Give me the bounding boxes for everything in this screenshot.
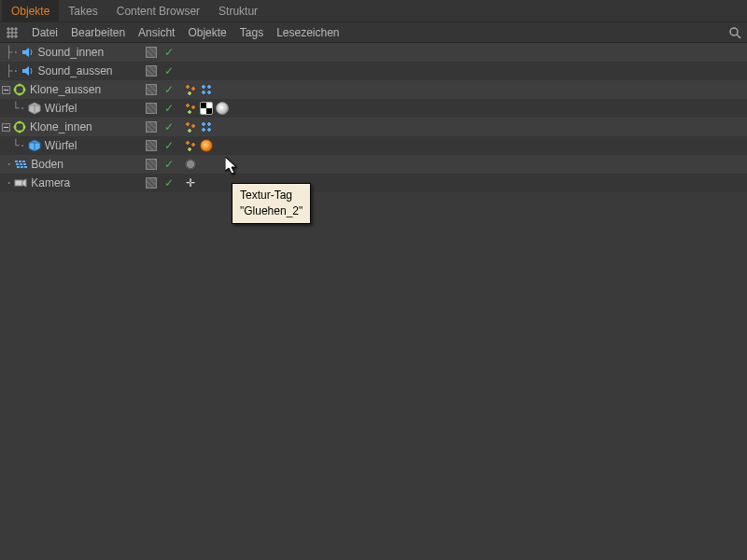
tag-tex-sphere[interactable] xyxy=(216,102,229,115)
tab-takes[interactable]: Takes xyxy=(59,0,106,21)
layer-swatch[interactable] xyxy=(146,47,157,58)
layer-swatch[interactable] xyxy=(146,177,157,189)
visibility-check-icon[interactable]: ✓ xyxy=(162,139,176,152)
object-name-label: Sound_aussen xyxy=(37,64,112,77)
object-row[interactable]: ·Boden✓ xyxy=(0,155,747,174)
tab-content-browser[interactable]: Content Browser xyxy=(107,0,209,21)
svg-rect-38 xyxy=(24,166,27,168)
layer-swatch[interactable] xyxy=(146,103,157,114)
object-row[interactable]: ├·Sound_aussen✓ xyxy=(0,62,747,80)
svg-line-7 xyxy=(737,35,740,38)
visibility-check-icon[interactable]: ✓ xyxy=(162,120,176,133)
svg-rect-35 xyxy=(23,163,26,165)
expand-toggle[interactable] xyxy=(1,85,10,94)
svg-marker-40 xyxy=(22,179,26,187)
svg-point-25 xyxy=(19,131,21,133)
menu-tags[interactable]: Tags xyxy=(240,26,263,39)
object-row[interactable]: ├·Sound_innen✓ xyxy=(0,43,747,62)
object-name-cell[interactable]: ├·Sound_innen xyxy=(0,43,140,62)
object-name-cell[interactable]: Klone_innen xyxy=(0,118,140,136)
visibility-check-icon[interactable]: ✓ xyxy=(162,102,176,115)
search-icon[interactable] xyxy=(728,26,741,39)
tab-objects[interactable]: Objekte xyxy=(2,0,59,21)
svg-point-6 xyxy=(730,28,738,35)
menu-edit[interactable]: Bearbeiten xyxy=(71,26,125,39)
object-type-icon xyxy=(21,64,34,77)
object-name-cell[interactable]: ·Boden xyxy=(0,155,140,174)
layer-swatch[interactable] xyxy=(146,121,157,133)
tree-empty-area[interactable] xyxy=(0,192,747,560)
visibility-check-icon[interactable]: ✓ xyxy=(162,158,176,171)
object-name-cell[interactable]: └·Würfel xyxy=(0,99,140,118)
svg-marker-9 xyxy=(22,66,29,76)
tooltip: Textur-Tag "Gluehen_2" xyxy=(232,183,311,224)
object-name-cell[interactable]: Klone_aussen xyxy=(0,80,140,99)
object-type-icon xyxy=(13,120,26,133)
tag-dots[interactable] xyxy=(184,120,197,133)
object-type-icon xyxy=(13,83,26,96)
object-name-label: Würfel xyxy=(45,139,78,152)
visibility-check-icon[interactable]: ✓ xyxy=(162,176,176,189)
visibility-check-icon[interactable]: ✓ xyxy=(162,83,176,96)
svg-rect-37 xyxy=(21,166,23,168)
menu-file[interactable]: Datei xyxy=(32,26,58,39)
object-tree: ├·Sound_innen✓├·Sound_aussen✓Klone_ausse… xyxy=(0,43,747,560)
object-row[interactable]: Klone_innen✓ xyxy=(0,118,747,136)
object-name-label: Würfel xyxy=(45,102,78,115)
object-name-cell[interactable]: ├·Sound_aussen xyxy=(0,62,140,80)
object-type-icon xyxy=(14,176,27,189)
object-type-icon xyxy=(28,102,41,115)
object-name-label: Klone_innen xyxy=(30,120,92,133)
tags-cell xyxy=(184,102,229,115)
tags-cell xyxy=(184,120,213,133)
tags-cell xyxy=(184,176,197,189)
menu-view[interactable]: Ansicht xyxy=(138,26,175,39)
object-name-label: Kamera xyxy=(31,176,70,189)
layer-swatch[interactable] xyxy=(146,65,157,77)
tag-crosshair[interactable] xyxy=(184,176,197,189)
panel-menu-icon[interactable] xyxy=(6,26,19,39)
menu-bar: Datei Bearbeiten Ansicht Objekte Tags Le… xyxy=(0,22,747,43)
object-name-cell[interactable]: ·Kamera xyxy=(0,174,140,192)
tag-blue-dots[interactable] xyxy=(200,83,213,96)
tag-gear[interactable] xyxy=(184,158,197,171)
object-type-icon xyxy=(14,158,27,171)
layer-swatch[interactable] xyxy=(146,84,157,95)
object-type-icon xyxy=(28,139,41,152)
tooltip-line1: Textur-Tag xyxy=(240,188,303,203)
object-row[interactable]: └·Würfel✓ xyxy=(0,136,747,155)
tag-dots[interactable] xyxy=(184,102,197,115)
svg-rect-36 xyxy=(17,166,20,168)
tags-cell xyxy=(184,139,213,152)
object-name-cell[interactable]: └·Würfel xyxy=(0,136,140,155)
svg-point-15 xyxy=(19,93,21,96)
object-row[interactable]: ·Kamera✓ xyxy=(0,174,747,192)
layer-swatch[interactable] xyxy=(146,159,157,170)
svg-point-13 xyxy=(19,84,21,87)
tag-blue-dots[interactable] xyxy=(200,120,213,133)
tooltip-line2: "Gluehen_2" xyxy=(240,203,303,219)
object-row[interactable]: Klone_aussen✓ xyxy=(0,80,747,99)
layer-swatch[interactable] xyxy=(146,140,157,151)
object-row[interactable]: └·Würfel✓ xyxy=(0,99,747,118)
svg-rect-33 xyxy=(16,163,19,165)
tag-dots[interactable] xyxy=(184,83,197,96)
visibility-check-icon[interactable]: ✓ xyxy=(162,46,176,59)
svg-rect-39 xyxy=(15,180,22,186)
svg-point-14 xyxy=(23,89,26,91)
tags-cell xyxy=(184,158,197,171)
visibility-check-icon[interactable]: ✓ xyxy=(162,64,176,77)
menu-objects[interactable]: Objekte xyxy=(188,26,226,39)
expand-toggle[interactable] xyxy=(1,122,10,132)
svg-rect-32 xyxy=(22,161,25,162)
svg-point-23 xyxy=(19,121,21,124)
tag-dots[interactable] xyxy=(184,139,197,152)
svg-rect-30 xyxy=(15,161,18,162)
tag-tex-orange[interactable] xyxy=(200,139,213,152)
svg-marker-8 xyxy=(22,48,29,57)
tag-tex-checker[interactable] xyxy=(200,102,213,115)
menu-bookmarks[interactable]: Lesezeichen xyxy=(276,26,339,39)
svg-rect-31 xyxy=(19,161,21,162)
object-name-label: Boden xyxy=(31,158,63,171)
tab-structure[interactable]: Struktur xyxy=(209,0,267,21)
